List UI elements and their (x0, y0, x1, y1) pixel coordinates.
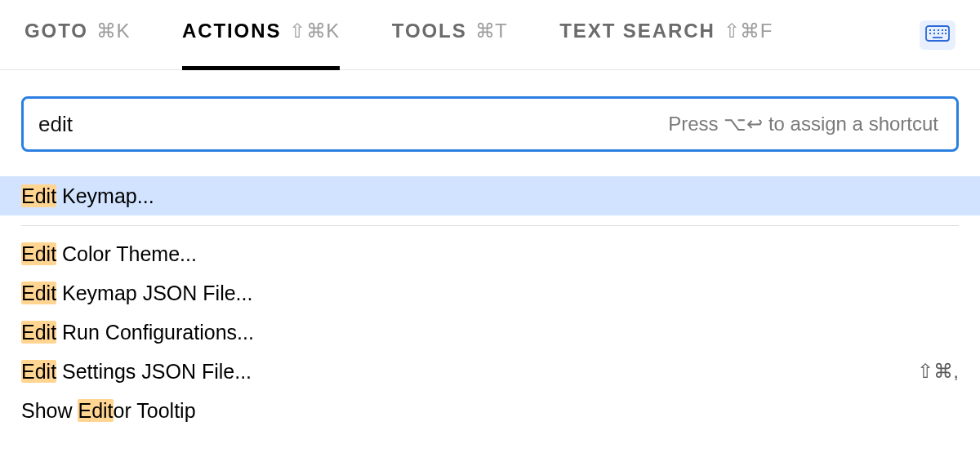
results-list: Edit Keymap... Edit Color Theme... Edit … (0, 176, 980, 430)
keyboard-icon (925, 24, 950, 46)
result-shortcut: ⇧⌘, (917, 360, 959, 383)
match-highlight: Edit (78, 399, 113, 422)
tab-actions[interactable]: ACTIONS ⇧⌘K (182, 0, 340, 70)
result-text: Show Editor Tooltip (21, 399, 196, 423)
match-highlight: Edit (21, 321, 56, 344)
match-highlight: Edit (21, 242, 56, 265)
keyboard-shortcuts-button[interactable] (920, 20, 956, 50)
result-row[interactable]: Edit Keymap JSON File... (0, 273, 980, 313)
tab-goto-shortcut: ⌘K (96, 20, 130, 42)
search-hint: Press ⌥↩ to assign a shortcut (668, 113, 938, 135)
search-box: Press ⌥↩ to assign a shortcut (21, 96, 959, 152)
tab-actions-label: ACTIONS (182, 20, 281, 42)
result-text: Edit Settings JSON File... (21, 360, 252, 384)
tab-actions-shortcut: ⇧⌘K (289, 20, 339, 42)
tab-goto[interactable]: GOTO ⌘K (24, 0, 130, 70)
match-highlight: Edit (21, 360, 56, 383)
match-highlight: Edit (21, 282, 56, 304)
tab-tools-label: TOOLS (392, 20, 467, 42)
result-row[interactable]: Edit Run Configurations... (0, 313, 980, 352)
result-row[interactable]: Show Editor Tooltip (0, 391, 980, 430)
result-text: Edit Run Configurations... (21, 321, 254, 344)
search-wrap: Press ⌥↩ to assign a shortcut (0, 70, 980, 176)
tab-goto-label: GOTO (24, 20, 88, 42)
result-row[interactable]: Edit Color Theme... (0, 234, 980, 273)
tab-tools[interactable]: TOOLS ⌘T (392, 0, 507, 70)
result-text: Edit Color Theme... (21, 242, 197, 266)
tab-text-search-shortcut: ⇧⌘F (724, 20, 773, 42)
tab-tools-shortcut: ⌘T (475, 20, 508, 42)
search-input[interactable] (37, 111, 658, 138)
result-row[interactable]: Edit Keymap... (0, 176, 980, 215)
result-text: Edit Keymap... (21, 184, 154, 208)
tab-text-search[interactable]: TEXT SEARCH ⇧⌘F (559, 0, 773, 70)
tabs-bar: GOTO ⌘K ACTIONS ⇧⌘K TOOLS ⌘T TEXT SEARCH… (0, 0, 980, 70)
results-divider (21, 225, 959, 226)
tab-text-search-label: TEXT SEARCH (559, 20, 715, 42)
result-text: Edit Keymap JSON File... (21, 282, 252, 305)
match-highlight: Edit (21, 184, 56, 207)
result-row[interactable]: Edit Settings JSON File... ⇧⌘, (0, 352, 980, 391)
